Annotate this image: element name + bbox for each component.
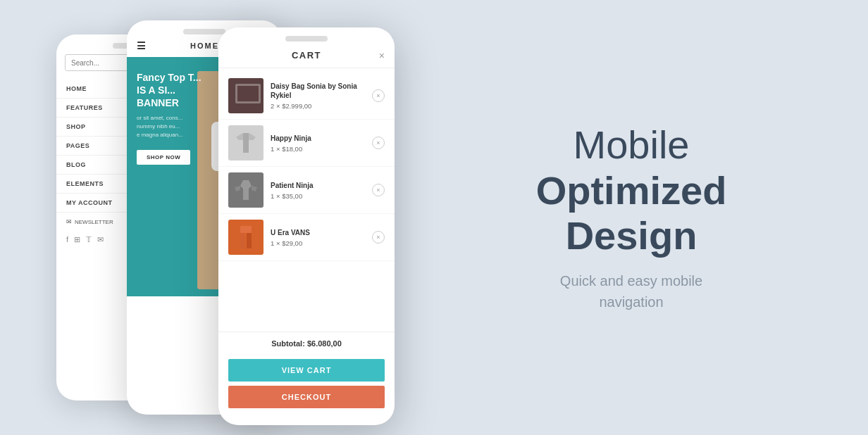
svg-marker-10 <box>236 133 243 140</box>
email-icon[interactable]: ✉ <box>97 235 104 244</box>
cart-title: CART <box>292 50 321 61</box>
product-image <box>228 125 264 160</box>
product-name: Happy Ninja <box>271 134 365 143</box>
twitter-icon[interactable]: 𝕋 <box>86 235 92 244</box>
remove-item-button[interactable]: × <box>372 89 385 102</box>
cart-item: U Era VANS 1 × $29,00 × <box>218 214 395 261</box>
product-image <box>228 172 264 208</box>
svg-marker-14 <box>252 186 257 191</box>
phone-notch <box>285 36 328 42</box>
cart-item-info: Patient Ninja 1 × $35,00 <box>271 181 365 200</box>
product-qty-price: 2 × $2.999,00 <box>271 102 365 110</box>
product-image <box>228 78 264 113</box>
svg-rect-17 <box>247 233 252 248</box>
cart-header: CART × <box>218 42 395 68</box>
instagram-icon[interactable]: ⊞ <box>74 235 80 244</box>
cart-item: Patient Ninja 1 × $35,00 × <box>218 167 395 214</box>
view-cart-button[interactable]: VIEW CART <box>228 359 385 382</box>
close-icon[interactable]: × <box>379 50 385 61</box>
svg-marker-13 <box>235 186 240 191</box>
hamburger-icon[interactable]: ☰ <box>137 40 146 51</box>
product-image <box>228 220 264 255</box>
phones-section: HOME ⌄ FEATURES ⌄ SHOP ⌄ PAGES ⌄ BLOG EL… <box>42 13 437 422</box>
hero-title-bold: OptimizedDesign <box>465 168 798 259</box>
cart-item-info: U Era VANS 1 × $29,00 <box>271 228 365 247</box>
phone-notch <box>183 29 225 34</box>
svg-rect-15 <box>240 226 252 233</box>
svg-rect-16 <box>240 233 245 248</box>
remove-item-button[interactable]: × <box>372 231 385 244</box>
svg-marker-11 <box>249 133 256 140</box>
cart-subtotal: Subtotal: $6.080,00 <box>218 332 395 355</box>
cart-item-info: Happy Ninja 1 × $18,00 <box>271 134 365 153</box>
facebook-icon[interactable]: f <box>66 235 68 244</box>
product-name: U Era VANS <box>271 228 365 237</box>
checkout-button[interactable]: CHECKOUT <box>228 386 385 408</box>
remove-item-button[interactable]: × <box>372 137 385 149</box>
product-qty-price: 1 × $29,00 <box>271 239 365 247</box>
product-name: Patient Ninja <box>271 181 365 190</box>
remove-item-button[interactable]: × <box>372 184 385 196</box>
subtotal-label: Subtotal: <box>271 339 305 348</box>
hero-text-section: Mobile OptimizedDesign Quick and easy mo… <box>437 122 826 312</box>
phone-front: CART × Daisy Bag Sonia by Sonia Rykiel 2… <box>218 27 395 425</box>
site-logo: HOME <box>190 42 219 50</box>
subtotal-value: $6.080,00 <box>307 339 342 348</box>
hero-title-light: Mobile <box>574 122 690 167</box>
cart-modal: CART × Daisy Bag Sonia by Sonia Rykiel 2… <box>218 42 395 417</box>
cart-item-info: Daisy Bag Sonia by Sonia Rykiel 2 × $2.9… <box>271 82 365 110</box>
product-qty-price: 1 × $35,00 <box>271 192 365 200</box>
svg-marker-12 <box>240 180 252 200</box>
cart-actions: VIEW CART CHECKOUT <box>218 355 395 417</box>
shop-now-button[interactable]: SHOP NOW <box>137 150 190 165</box>
product-name: Daisy Bag Sonia by Sonia Rykiel <box>271 82 365 100</box>
cart-item: Daisy Bag Sonia by Sonia Rykiel 2 × $2.9… <box>218 72 395 120</box>
cart-item: Happy Ninja 1 × $18,00 × <box>218 120 395 167</box>
product-qty-price: 1 × $18,00 <box>271 145 365 153</box>
cart-items-list: Daisy Bag Sonia by Sonia Rykiel 2 × $2.9… <box>218 68 395 332</box>
hero-subtitle: Quick and easy mobilenavigation <box>465 270 798 313</box>
hero-title: Mobile OptimizedDesign <box>465 122 798 258</box>
